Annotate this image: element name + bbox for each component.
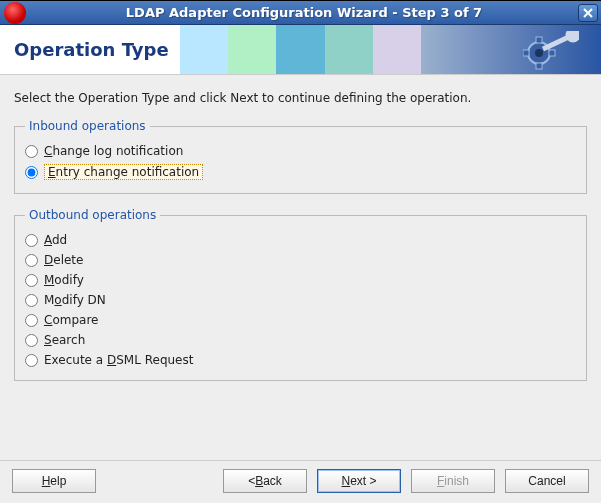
radio-add[interactable] — [25, 234, 38, 247]
radio-modify-dn[interactable] — [25, 294, 38, 307]
outbound-operations-group: Outbound operations Add Delete Modify Mo… — [14, 208, 587, 381]
radio-modify[interactable] — [25, 274, 38, 287]
wizard-footer: Help < Back Next > Finish Cancel — [0, 460, 601, 503]
label-delete: Delete — [44, 253, 83, 267]
svg-point-1 — [535, 49, 543, 57]
outbound-option-add[interactable]: Add — [25, 230, 576, 250]
gear-wrench-icon — [523, 31, 579, 71]
header-banner: Operation Type — [0, 25, 601, 75]
label-entry-change: Entry change notification — [44, 164, 203, 180]
page-title: Operation Type — [14, 39, 169, 60]
svg-rect-5 — [549, 50, 555, 56]
label-dsml: Execute a DSML Request — [44, 353, 193, 367]
outbound-option-search[interactable]: Search — [25, 330, 576, 350]
title-bar: LDAP Adapter Configuration Wizard - Step… — [0, 1, 601, 25]
next-button[interactable]: Next > — [317, 469, 401, 493]
inbound-operations-group: Inbound operations Change log notificati… — [14, 119, 587, 194]
svg-rect-4 — [523, 50, 529, 56]
back-button[interactable]: < Back — [223, 469, 307, 493]
inbound-option-change-log[interactable]: Change log notification — [25, 141, 576, 161]
help-button[interactable]: Help — [12, 469, 96, 493]
outbound-option-delete[interactable]: Delete — [25, 250, 576, 270]
cancel-button[interactable]: Cancel — [505, 469, 589, 493]
inbound-legend: Inbound operations — [25, 119, 150, 133]
label-add: Add — [44, 233, 67, 247]
radio-entry-change[interactable] — [25, 166, 38, 179]
label-modify-dn: Modify DN — [44, 293, 106, 307]
content-area: Select the Operation Type and click Next… — [0, 75, 601, 460]
svg-rect-3 — [536, 63, 542, 69]
label-modify: Modify — [44, 273, 84, 287]
finish-button: Finish — [411, 469, 495, 493]
svg-rect-2 — [536, 37, 542, 43]
label-change-log: Change log notification — [44, 144, 183, 158]
instruction-text: Select the Operation Type and click Next… — [14, 91, 587, 105]
radio-change-log[interactable] — [25, 145, 38, 158]
close-icon[interactable] — [578, 4, 598, 22]
outbound-legend: Outbound operations — [25, 208, 160, 222]
radio-delete[interactable] — [25, 254, 38, 267]
outbound-option-modify-dn[interactable]: Modify DN — [25, 290, 576, 310]
system-menu-icon[interactable] — [4, 2, 26, 24]
wizard-window: LDAP Adapter Configuration Wizard - Step… — [0, 0, 601, 503]
label-search: Search — [44, 333, 85, 347]
window-title: LDAP Adapter Configuration Wizard - Step… — [30, 5, 578, 20]
outbound-option-modify[interactable]: Modify — [25, 270, 576, 290]
outbound-option-compare[interactable]: Compare — [25, 310, 576, 330]
label-compare: Compare — [44, 313, 98, 327]
outbound-option-dsml[interactable]: Execute a DSML Request — [25, 350, 576, 370]
svg-point-6 — [568, 31, 578, 40]
inbound-option-entry-change[interactable]: Entry change notification — [25, 161, 576, 183]
radio-dsml[interactable] — [25, 354, 38, 367]
radio-search[interactable] — [25, 334, 38, 347]
radio-compare[interactable] — [25, 314, 38, 327]
